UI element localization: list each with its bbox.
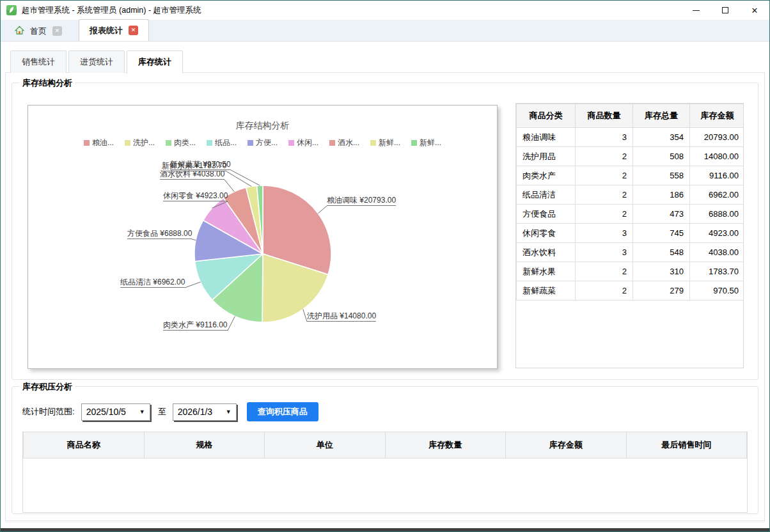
stagnation-table-header-cell: 规格 — [144, 432, 265, 458]
table-cell: 20793.00 — [690, 128, 744, 147]
structure-groupbox-title: 库存结构分析 — [19, 77, 75, 89]
tab-purchase-stats[interactable]: 进货统计 — [68, 51, 125, 73]
table-cell: 6962.00 — [690, 185, 744, 205]
chevron-down-icon: ▼ — [139, 409, 145, 415]
panel-border-line — [5, 522, 765, 522]
table-cell: 肉类水产 — [517, 166, 576, 185]
tab-home-close-icon[interactable]: ✕ — [52, 26, 62, 36]
structure-table-header-row: 商品分类商品数量库存总量库存金额 — [517, 104, 744, 128]
structure-table-header-cell: 库存金额 — [690, 104, 744, 128]
pie-label-connector-line — [318, 206, 327, 214]
table-row[interactable]: 酒水饮料35484038.00 — [517, 243, 744, 262]
table-cell: 4923.00 — [690, 224, 744, 243]
table-row[interactable]: 方便食品24736888.00 — [517, 205, 744, 224]
table-cell: 2 — [576, 185, 633, 205]
structure-groupbox: 库存结构分析 库存结构分析 粮油...洗护...肉类...纸品...方便...休… — [12, 82, 758, 380]
table-cell: 508 — [633, 147, 690, 166]
structure-table-header-cell: 商品分类 — [517, 104, 576, 128]
table-cell: 纸品清洁 — [517, 185, 576, 205]
stagnation-table-header-cell: 单位 — [265, 432, 386, 458]
table-cell: 2 — [576, 262, 633, 281]
app-icon — [6, 5, 17, 15]
app-window: 超市管理系统 - 系统管理员 (admin) - 超市管理系统 ✕ 首页 ✕ 报… — [0, 0, 770, 532]
pie-label-connector-line — [228, 317, 235, 331]
stagnation-table: 商品名称规格单位库存数量库存金额最后销售时间 — [23, 432, 747, 458]
date-from-value: 2025/10/5 — [86, 407, 126, 417]
report-sub-tab-bar: 销售统计 进货统计 库存统计 — [10, 51, 765, 73]
tab-inventory-stats[interactable]: 库存统计 — [127, 51, 183, 74]
tab-report-label: 报表统计 — [90, 25, 123, 36]
table-cell: 558 — [633, 166, 690, 185]
pie-label-connector-line — [224, 180, 234, 192]
query-stagnant-goods-button[interactable]: 查询积压商品 — [247, 402, 318, 421]
structure-table-container: 商品分类商品数量库存总量库存金额 粮油调味335420793.00洗护用品250… — [515, 103, 744, 368]
date-to-label: 至 — [158, 406, 166, 418]
pie-chart-panel: 库存结构分析 粮油...洗护...肉类...纸品...方便...休闲...酒水.… — [28, 105, 498, 369]
tab-home-label: 首页 — [30, 26, 47, 37]
table-cell: 473 — [633, 205, 690, 224]
structure-table: 商品分类商品数量库存总量库存金额 粮油调味335420793.00洗护用品250… — [516, 104, 744, 301]
table-row[interactable]: 肉类水产25589116.00 — [517, 166, 744, 185]
table-cell: 2 — [576, 147, 633, 166]
stagnation-table-container: 商品名称规格单位库存数量库存金额最后销售时间 — [22, 432, 748, 513]
stagnation-table-empty-body — [23, 458, 747, 512]
table-cell: 14080.00 — [690, 147, 744, 166]
close-button[interactable]: ✕ — [740, 1, 769, 20]
table-cell: 186 — [633, 185, 690, 205]
table-cell: 新鲜蔬菜 — [517, 281, 576, 301]
table-cell: 2 — [576, 166, 633, 185]
stagnation-filter-row: 统计时间范围: 2025/10/5 ▼ 至 2026/1/3 ▼ 查询积压商品 — [22, 402, 758, 421]
date-to-picker[interactable]: 2026/1/3 ▼ — [173, 403, 237, 421]
table-cell: 洗护用品 — [517, 147, 576, 166]
structure-table-header-cell: 商品数量 — [576, 104, 633, 128]
minimize-button[interactable] — [681, 1, 711, 20]
table-cell: 310 — [633, 262, 690, 281]
table-row[interactable]: 粮油调味335420793.00 — [517, 128, 744, 147]
table-row[interactable]: 洗护用品250814080.00 — [517, 147, 744, 166]
table-cell: 279 — [633, 281, 690, 301]
maximize-button[interactable] — [711, 1, 740, 20]
pie-slice-label: 方便食品 ¥6888.00 — [127, 229, 192, 239]
date-from-picker[interactable]: 2025/10/5 ▼ — [81, 403, 150, 421]
pie-slice-label: 粮油调味 ¥20793.00 — [327, 196, 396, 206]
pie-slice-label: 洗护用品 ¥14080.00 — [307, 311, 376, 322]
window-bottom-edge — [1, 528, 769, 531]
stagnation-groupbox: 库存积压分析 统计时间范围: 2025/10/5 ▼ 至 2026/1/3 ▼ … — [12, 386, 758, 514]
date-to-value: 2026/1/3 — [178, 407, 213, 417]
title-bar: 超市管理系统 - 系统管理员 (admin) - 超市管理系统 ✕ — [1, 1, 769, 20]
table-cell: 3 — [576, 243, 633, 262]
chevron-down-icon: ▼ — [226, 409, 232, 415]
tab-report[interactable]: 报表统计 ✕ — [79, 19, 149, 41]
tab-home[interactable]: 首页 ✕ — [7, 21, 70, 41]
pie-label-connector-line — [231, 170, 260, 185]
table-row[interactable]: 新鲜蔬菜2279970.50 — [517, 281, 744, 301]
pie-slice-label: 肉类水产 ¥9116.00 — [163, 320, 228, 331]
structure-table-header-cell: 库存总量 — [633, 104, 690, 128]
table-cell: 4038.00 — [690, 243, 744, 262]
tab-report-close-icon[interactable]: ✕ — [129, 26, 138, 35]
table-cell: 2 — [576, 205, 633, 224]
inventory-stats-page: 库存结构分析 库存结构分析 粮油...洗护...肉类...纸品...方便...休… — [5, 72, 765, 521]
table-cell: 3 — [576, 224, 633, 243]
table-cell: 548 — [633, 243, 690, 262]
table-cell: 354 — [633, 128, 690, 147]
stagnation-table-header-cell: 商品名称 — [24, 432, 145, 458]
table-cell: 6888.00 — [690, 205, 744, 224]
pie-chart-svg — [28, 106, 498, 370]
table-row[interactable]: 新鲜水果23101783.70 — [517, 262, 744, 281]
table-cell: 方便食品 — [517, 205, 576, 224]
table-cell: 新鲜水果 — [517, 262, 576, 281]
stagnation-table-header-row: 商品名称规格单位库存数量库存金额最后销售时间 — [24, 432, 747, 458]
stagnation-table-header-cell: 库存数量 — [385, 432, 506, 458]
minimize-icon — [693, 10, 700, 11]
table-cell: 970.50 — [690, 281, 744, 301]
main-tab-bar: 首页 ✕ 报表统计 ✕ — [1, 20, 769, 42]
table-row[interactable]: 纸品清洁21866962.00 — [517, 185, 744, 205]
pie-label-connector-line — [192, 239, 196, 240]
table-cell: 休闲零食 — [517, 224, 576, 243]
tab-sales-stats[interactable]: 销售统计 — [10, 51, 67, 73]
pie-label-connector-line — [185, 282, 201, 288]
table-row[interactable]: 休闲零食37454923.00 — [517, 224, 744, 243]
table-cell: 745 — [633, 224, 690, 243]
table-cell: 2 — [576, 281, 633, 301]
